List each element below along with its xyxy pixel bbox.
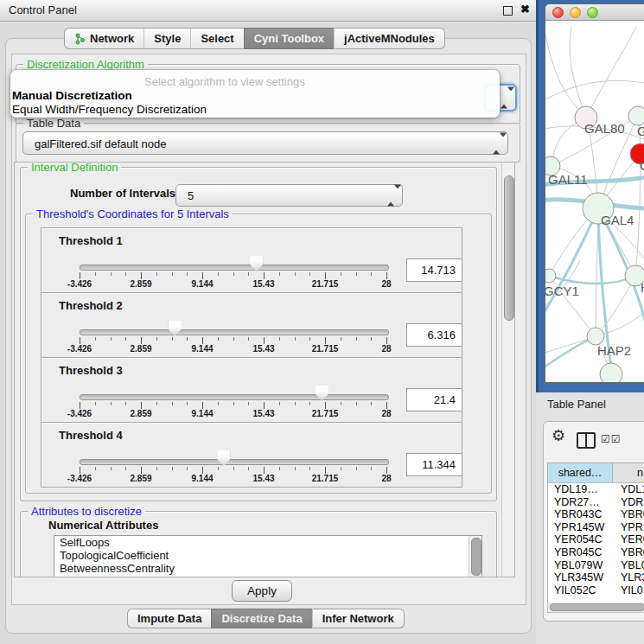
control-panel-titlebar: Control Panel ✖ [0, 0, 536, 22]
checkbox-columns-icon[interactable]: ☑☑ [601, 433, 622, 445]
tab-label: jActiveMNodules [344, 32, 435, 45]
gear-icon[interactable]: ⚙ [552, 426, 565, 445]
tick-label: -3.426 [67, 279, 92, 289]
slider-track[interactable] [80, 459, 389, 465]
tab-network[interactable]: Network [64, 28, 143, 49]
zoom-traffic-light-icon[interactable] [587, 7, 598, 18]
table-row[interactable]: YDR27…YDR2 [548, 496, 644, 509]
network-node[interactable] [545, 269, 556, 283]
minimize-traffic-light-icon[interactable] [570, 7, 581, 18]
split-pane-icon[interactable] [577, 432, 596, 449]
table-cell[interactable]: YDL1 [613, 483, 644, 496]
tab-style[interactable]: Style [143, 28, 190, 49]
table-cell[interactable]: YER0 [613, 533, 644, 546]
table-cell[interactable]: YBR045C [548, 546, 613, 559]
column-header-name[interactable]: n [613, 463, 644, 482]
column-header-shared-name[interactable]: shared… [548, 463, 613, 482]
table-cell[interactable]: YDR27… [548, 496, 613, 509]
node-label[interactable]: HAP2 [597, 343, 631, 358]
attribute-list-item[interactable]: BetweennessCentrality [54, 562, 481, 575]
close-icon[interactable]: ✖ [520, 3, 530, 16]
tab-discretize-data[interactable]: Discretize Data [211, 609, 311, 628]
tick-label: 15.43 [252, 344, 274, 354]
slider-track[interactable] [80, 394, 389, 400]
tick-mark [386, 337, 387, 344]
table-cell[interactable]: YIL052C [548, 584, 613, 597]
table-cell[interactable]: YBL079W [548, 559, 613, 572]
apply-button[interactable]: Apply [232, 580, 292, 602]
network-node[interactable] [587, 328, 604, 345]
table-data-combobox[interactable]: galFiltered.sif default node [22, 131, 508, 155]
table-cell[interactable]: YDL19… [548, 483, 613, 496]
tab-infer-network[interactable]: Infer Network [312, 609, 405, 628]
table-cell[interactable]: YIL0 [613, 584, 644, 597]
horizontal-scrollbar-thumb[interactable] [550, 603, 644, 611]
tab-cyni-toolbox[interactable]: Cyni Toolbox [244, 28, 334, 49]
slider-track[interactable] [80, 265, 389, 271]
tab-jactivemnodules[interactable]: jActiveMNodules [334, 28, 445, 49]
threshold-value-field[interactable]: 11.344 [406, 453, 462, 476]
number-of-intervals-combobox[interactable]: 5 [175, 184, 403, 207]
node-label[interactable]: GAL11 [548, 172, 588, 187]
table-cell[interactable]: YPR145W [548, 521, 613, 534]
table-cell[interactable]: YBL0 [613, 559, 644, 572]
attribute-list-item[interactable]: TopologicalCoefficient [54, 549, 481, 562]
threshold-value-field[interactable]: 6.316 [406, 323, 462, 347]
close-traffic-light-icon[interactable] [552, 7, 564, 18]
network-canvas[interactable]: GAL80 GA GAL11 GAL4 GCY1 H HAP2 C [545, 20, 644, 382]
tick-mark [156, 337, 157, 341]
threshold-label: Threshold 1 [59, 234, 123, 247]
node-label[interactable]: GAL80 [584, 121, 625, 136]
vertical-scrollbar[interactable] [501, 163, 514, 577]
horizontal-scrollbar[interactable] [547, 603, 644, 613]
tick-mark [141, 402, 142, 409]
float-window-icon[interactable] [503, 6, 513, 16]
table-cell[interactable]: YBR043C [548, 508, 613, 521]
attribute-list-item[interactable]: SelfLoops [54, 536, 481, 549]
slider-track[interactable] [80, 329, 389, 335]
table-cell[interactable]: YER054C [548, 533, 613, 546]
tick-mark [386, 402, 387, 409]
tick-mark [309, 467, 310, 470]
list-scrollbar-thumb[interactable] [471, 538, 481, 576]
tick-mark [309, 272, 310, 276]
table-row[interactable]: YBL079WYBL0 [548, 559, 644, 572]
table-cell[interactable]: YDR2 [613, 496, 644, 509]
list-scrollbar[interactable] [469, 536, 481, 577]
table-row[interactable]: YER054CYER0 [548, 533, 644, 546]
table-row[interactable]: YDL19…YDL1 [548, 483, 644, 496]
node-label[interactable]: C [640, 158, 644, 173]
tick-mark [111, 402, 112, 405]
threshold-value-field[interactable]: 21.4 [406, 388, 462, 411]
node-label[interactable]: GA [637, 124, 644, 138]
threshold-value-field[interactable]: 14.713 [406, 258, 462, 282]
numerical-attributes-list[interactable]: SelfLoopsTopologicalCoefficientBetweenne… [54, 535, 482, 577]
node-label[interactable]: GCY1 [545, 284, 579, 298]
table-cell[interactable]: YPR1 [613, 521, 644, 534]
table-row[interactable]: YBR043CYBR0 [548, 508, 644, 521]
tick-mark [264, 272, 265, 279]
dropdown-item[interactable]: Equal Width/Frequency Discretization [12, 103, 207, 116]
table-cell[interactable]: YBR0 [613, 508, 644, 521]
table-row[interactable]: YLR345WYLR3 [548, 571, 644, 584]
combobox-value: 5 [188, 189, 194, 202]
table-row[interactable]: YPR145WYPR1 [548, 521, 644, 534]
vertical-scrollbar-thumb[interactable] [504, 175, 514, 321]
table-cell[interactable]: YBR0 [613, 546, 644, 559]
tick-label: -3.426 [67, 409, 92, 418]
tick-label: 2.859 [130, 409, 151, 418]
tab-impute-data[interactable]: Impute Data [127, 609, 211, 628]
table-row[interactable]: YIL052CYIL0 [548, 584, 644, 597]
node-label[interactable]: GAL4 [601, 213, 634, 227]
table-cell[interactable]: YLR345W [548, 571, 613, 584]
tick-mark [233, 337, 234, 341]
numerical-attributes-label: Numerical Attributes [48, 519, 158, 532]
group-title: Interval Definition [28, 162, 121, 174]
node-label[interactable]: H [641, 280, 644, 295]
dropdown-item[interactable]: Manual Discretization [12, 89, 132, 102]
table-row[interactable]: YBR045CYBR0 [548, 546, 644, 559]
tab-select[interactable]: Select [190, 28, 243, 49]
network-node[interactable] [628, 106, 644, 125]
network-node[interactable] [600, 363, 622, 382]
table-cell[interactable]: YLR3 [613, 571, 644, 584]
